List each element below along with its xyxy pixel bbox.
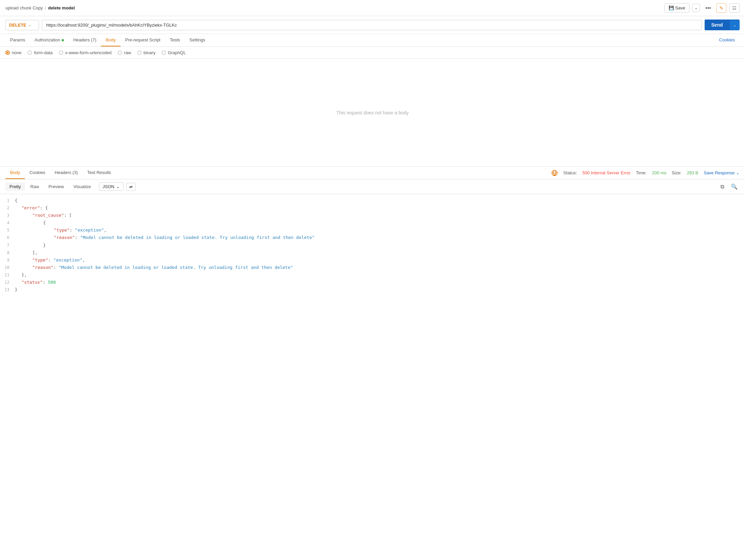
method-label: DELETE <box>9 23 26 28</box>
authorization-dot <box>62 39 64 41</box>
json-format-select[interactable]: JSON ⌄ <box>99 182 124 191</box>
tab-body[interactable]: Body <box>101 34 121 46</box>
resp-tab-headers[interactable]: Headers (3) <box>50 166 83 179</box>
size-value: 283 B <box>687 170 698 175</box>
radio-graphql <box>162 51 166 55</box>
json-line-7: 7 } <box>0 242 745 249</box>
tab-settings[interactable]: Settings <box>185 34 210 46</box>
request-body-empty: This request does not have a body <box>0 59 745 166</box>
body-type-selector: none form-data x-www-form-urlencoded raw… <box>0 47 745 59</box>
resp-tab-cookies[interactable]: Cookies <box>25 166 50 179</box>
tab-params[interactable]: Params <box>5 34 30 46</box>
request-tabs: Params Authorization Headers (7) Body Pr… <box>0 34 745 47</box>
save-dropdown-button[interactable]: ⌄ <box>692 4 700 12</box>
network-warning-icon <box>551 169 558 176</box>
json-line-9: 9 "type": "exception", <box>0 256 745 264</box>
radio-urlencoded <box>59 51 63 55</box>
tab-prerequest[interactable]: Pre-request Script <box>121 34 165 46</box>
json-line-1: 1 { <box>0 197 745 204</box>
radio-raw <box>118 51 122 55</box>
format-tab-raw[interactable]: Raw <box>26 182 43 191</box>
body-option-raw-label: raw <box>124 50 131 55</box>
size-label: Size: <box>672 170 681 175</box>
json-line-10: 10 "reason": "Model cannot be deleted in… <box>0 264 745 271</box>
format-tab-pretty[interactable]: Pretty <box>5 182 25 191</box>
url-input[interactable] <box>42 20 702 30</box>
no-body-message: This request does not have a body <box>336 110 409 116</box>
json-line-12: 12 "status": 500 <box>0 279 745 286</box>
body-option-formdata-label: form-data <box>34 50 53 55</box>
wrap-icon: ⇌ <box>129 184 133 189</box>
status-code-value: 500 <box>582 170 590 175</box>
json-format-chevron-icon: ⌄ <box>116 184 120 189</box>
body-option-graphql-label: GraphQL <box>168 50 186 55</box>
response-status-area: Status: 500 Internal Server Error Time: … <box>551 169 740 176</box>
cookies-link[interactable]: Cookies <box>714 34 740 46</box>
breadcrumb: upload chunk Copy / delete model <box>5 5 75 10</box>
tab-headers[interactable]: Headers (7) <box>69 34 101 46</box>
search-response-button[interactable]: 🔍 <box>729 182 740 191</box>
response-tabs: Body Cookies Headers (3) Test Results St… <box>0 166 745 179</box>
status-label: Status: <box>563 170 577 175</box>
resp-tab-test-results[interactable]: Test Results <box>83 166 116 179</box>
time-value: 200 ms <box>652 170 667 175</box>
save-response-chevron-icon: ⌄ <box>736 170 740 175</box>
top-bar: upload chunk Copy / delete model 💾 Save … <box>0 0 745 16</box>
json-line-8: 8 ], <box>0 249 745 256</box>
svg-point-4 <box>554 173 555 174</box>
status-text-value: Internal Server Error <box>591 170 630 175</box>
time-label: Time: <box>636 170 647 175</box>
request-title: delete model <box>48 5 75 10</box>
radio-none <box>5 51 10 55</box>
send-main-button[interactable]: Send <box>705 20 730 30</box>
save-button[interactable]: 💾 Save <box>664 3 690 12</box>
url-bar: DELETE ⌄ Send ⌄ <box>0 16 745 34</box>
top-bar-actions: 💾 Save ⌄ ••• ✎ ☷ <box>664 3 740 13</box>
breadcrumb-parent: upload chunk Copy <box>5 5 43 10</box>
status-code: 500 Internal Server Error <box>582 170 630 175</box>
json-line-2: 2 "error": { <box>0 204 745 212</box>
response-body-container: 1 { 2 "error": { 3 "root_cause": [ 4 { <box>0 194 745 296</box>
json-format-label: JSON <box>103 184 115 189</box>
copy-response-button[interactable]: ⧉ <box>718 182 726 191</box>
body-option-binary-label: binary <box>144 50 156 55</box>
body-option-none[interactable]: none <box>5 50 22 55</box>
body-option-graphql[interactable]: GraphQL <box>162 50 186 55</box>
format-tab-visualize[interactable]: Visualize <box>69 182 95 191</box>
breadcrumb-separator: / <box>45 5 46 10</box>
format-tab-preview[interactable]: Preview <box>44 182 68 191</box>
save-label: Save <box>675 5 685 10</box>
json-line-6: 6 "reason": "Model cannot be deleted in … <box>0 234 745 241</box>
save-icon: 💾 <box>669 5 674 10</box>
body-option-urlencoded[interactable]: x-www-form-urlencoded <box>59 50 112 55</box>
comment-button[interactable]: ☷ <box>729 3 740 13</box>
radio-binary <box>137 51 142 55</box>
tab-tests[interactable]: Tests <box>165 34 185 46</box>
json-line-3: 3 "root_cause": [ <box>0 212 745 219</box>
save-response-label: Save Response <box>704 170 735 175</box>
response-section: Body Cookies Headers (3) Test Results St… <box>0 166 745 296</box>
radio-formdata <box>28 51 32 55</box>
edit-button[interactable]: ✎ <box>716 3 726 13</box>
body-option-none-label: none <box>12 50 22 55</box>
save-response-button[interactable]: Save Response ⌄ <box>704 170 740 175</box>
send-dropdown-button[interactable]: ⌄ <box>730 20 740 30</box>
send-button-group: Send ⌄ <box>705 20 740 30</box>
copy-icon: ⧉ <box>720 184 724 189</box>
method-chevron-icon: ⌄ <box>28 23 31 27</box>
tab-authorization[interactable]: Authorization <box>30 34 69 46</box>
wrap-lines-button[interactable]: ⇌ <box>126 183 136 191</box>
more-options-button[interactable]: ••• <box>703 3 714 13</box>
body-option-binary[interactable]: binary <box>137 50 156 55</box>
json-line-4: 4 { <box>0 219 745 226</box>
resp-format-right-actions: ⧉ 🔍 <box>718 182 740 191</box>
method-select[interactable]: DELETE ⌄ <box>5 20 39 30</box>
body-option-formdata[interactable]: form-data <box>28 50 53 55</box>
resp-tab-body[interactable]: Body <box>5 166 25 179</box>
json-line-5: 5 "type": "exception", <box>0 226 745 234</box>
json-line-11: 11 }, <box>0 271 745 279</box>
body-option-raw[interactable]: raw <box>118 50 131 55</box>
body-option-urlencoded-label: x-www-form-urlencoded <box>65 50 112 55</box>
json-line-13: 13 } <box>0 286 745 293</box>
search-icon: 🔍 <box>731 184 738 189</box>
